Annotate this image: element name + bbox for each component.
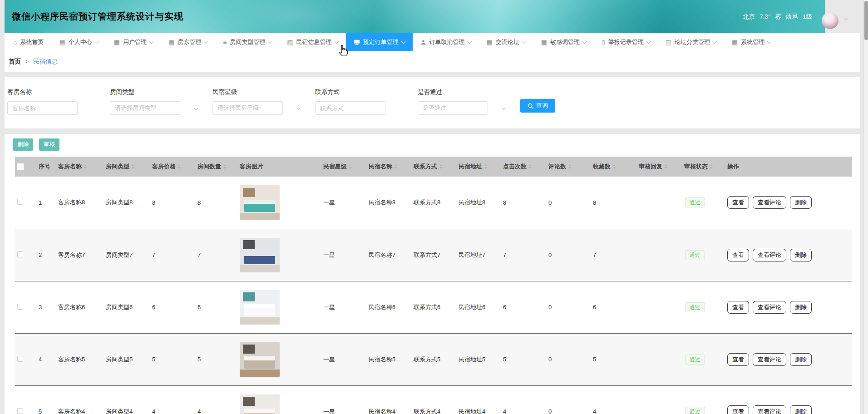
sort-asc-icon	[84, 164, 87, 166]
column-header-address[interactable]: 民宿地址	[459, 157, 503, 177]
row-checkbox[interactable]	[17, 408, 23, 414]
cell-index: 4	[39, 333, 58, 385]
sort-icon[interactable]	[613, 164, 616, 169]
view-comments-button[interactable]: 查看评论	[753, 301, 786, 314]
filter-select-homestay-star[interactable]: 请选择民宿星级	[212, 101, 283, 115]
chevron-down-icon	[467, 39, 472, 44]
cell-star: 一星	[323, 281, 369, 333]
row-checkbox[interactable]	[17, 304, 23, 310]
room-photo	[240, 238, 280, 272]
column-label: 操作	[727, 163, 739, 171]
cell-room_type: 房间类型8	[106, 177, 152, 229]
nav-item-personal-center[interactable]: ▤个人中心	[51, 33, 106, 51]
delete-row-button[interactable]: 删除	[790, 301, 812, 314]
row-checkbox[interactable]	[17, 356, 23, 362]
delete-row-button[interactable]: 删除	[790, 196, 812, 209]
view-button[interactable]: 查看	[727, 353, 749, 366]
filter-input-contact[interactable]	[315, 101, 385, 115]
nav-item-homestay-info-management[interactable]: ▨民宿信息管理	[279, 33, 345, 51]
filter-fields: 客房名称房间类型请选择房间类型民宿星级请选择民宿星级联系方式是否通过是否通过	[7, 88, 520, 115]
view-comments-button[interactable]: 查看评论	[753, 196, 786, 209]
view-comments-button[interactable]: 查看评论	[753, 353, 786, 366]
page-scrollbar[interactable]	[863, 0, 868, 414]
column-header-comments[interactable]: 评论数	[548, 157, 593, 177]
sort-icon[interactable]	[178, 164, 181, 169]
nav-item-label: 敏感词管理	[550, 38, 580, 46]
row-checkbox[interactable]	[17, 251, 23, 257]
delete-row-button[interactable]: 删除	[790, 405, 812, 414]
nav-item-label: 预定订单管理	[363, 38, 399, 46]
view-button[interactable]: 查看	[727, 301, 749, 314]
view-button[interactable]: 查看	[727, 196, 749, 209]
chevron-down-icon	[149, 39, 153, 44]
column-header-clicks[interactable]: 点击次数	[503, 157, 548, 177]
sort-icon[interactable]	[568, 164, 571, 169]
nav-item-user-management[interactable]: ▦用户管理	[106, 33, 161, 51]
cell-checkbox	[15, 281, 39, 333]
sort-asc-icon	[613, 164, 616, 166]
column-header-favorites[interactable]: 收藏数	[593, 157, 639, 177]
filter-label: 联系方式	[315, 88, 401, 96]
delete-row-button[interactable]: 删除	[790, 249, 812, 261]
sort-icon[interactable]	[395, 164, 397, 169]
column-header-room_name[interactable]: 客房名称	[58, 157, 106, 177]
column-header-index: 序号	[39, 157, 58, 177]
row-checkbox[interactable]	[17, 199, 23, 205]
view-button[interactable]: 查看	[727, 405, 749, 414]
view-comments-button[interactable]: 查看评论	[753, 405, 786, 414]
column-header-review_reply[interactable]: 审核回复	[639, 157, 684, 177]
column-header-contact[interactable]: 联系方式	[414, 157, 459, 177]
column-header-house_name[interactable]: 民宿名称	[369, 157, 414, 177]
nav-item-forum-category-management[interactable]: ▥论坛分类管理	[658, 33, 724, 51]
sort-desc-icon	[568, 167, 571, 169]
sort-icon[interactable]	[223, 164, 226, 169]
weather-info: 北京 7.3° 雾 西风 1级	[743, 0, 812, 33]
nav-item-sensitive-words-management[interactable]: ▦敏感词管理	[533, 33, 594, 51]
filter-select-approved[interactable]: 是否通过	[418, 101, 488, 115]
cell-status: 通过	[684, 333, 727, 385]
column-header-star[interactable]: 民宿星级	[323, 157, 369, 177]
view-button[interactable]: 查看	[727, 249, 749, 261]
view-comments-button[interactable]: 查看评论	[753, 249, 786, 261]
toolbar-review-button[interactable]: 审核	[39, 138, 59, 151]
nav-item-forum[interactable]: ▦交流论坛	[479, 33, 533, 51]
chevron-down-icon	[334, 39, 339, 44]
cell-status: 通过	[684, 229, 727, 281]
chevron-down-icon[interactable]	[844, 16, 848, 21]
delete-row-button[interactable]: 删除	[790, 353, 812, 366]
cell-favorites: 5	[593, 333, 639, 385]
nav-item-room-type-management[interactable]: ≡房间类型管理	[215, 33, 279, 51]
nav-item-landlord-management[interactable]: ▦房东管理	[161, 33, 215, 51]
column-header-status[interactable]: 审核状态	[684, 157, 727, 177]
column-header-price[interactable]: 客房价格	[152, 157, 197, 177]
column-header-room_type[interactable]: 房间类型	[106, 157, 152, 177]
filter-homestay-star: 民宿星级请选择民宿星级	[212, 88, 299, 115]
scrollbar-thumb[interactable]	[864, 1, 868, 40]
select-all-checkbox[interactable]	[17, 163, 24, 170]
nav-item-order-cancel-management[interactable]: 订单取消管理	[413, 33, 479, 51]
breadcrumb-home[interactable]: 首页	[9, 58, 21, 66]
breadcrumb-current[interactable]: 民宿信息	[33, 58, 58, 66]
nav-item-system-management[interactable]: ▦系统管理	[724, 33, 779, 51]
table-row: 5客房名称4房间类型444一星民宿名称4联系方式4民宿地址4404通过查看查看评…	[15, 385, 852, 414]
column-header-actions: 操作	[727, 157, 852, 177]
sort-icon[interactable]	[484, 164, 487, 169]
column-header-checkbox	[15, 157, 39, 177]
nav-item-report-records-management[interactable]: ▯举报记录管理	[594, 33, 658, 51]
sort-icon[interactable]	[529, 164, 532, 169]
cell-room_type: 房间类型4	[106, 385, 152, 414]
sort-icon[interactable]	[439, 164, 442, 169]
nav-item-home[interactable]: ⌂系统首页	[5, 33, 51, 51]
column-header-quantity[interactable]: 房间数量	[197, 157, 240, 177]
sort-icon[interactable]	[665, 164, 667, 169]
search-button[interactable]: 查询	[520, 99, 555, 113]
sort-icon[interactable]	[132, 164, 134, 169]
sort-icon[interactable]	[349, 164, 352, 169]
sort-icon[interactable]	[710, 164, 713, 169]
sort-icon[interactable]	[84, 164, 87, 169]
nav-item-booking-order-management[interactable]: 预定订单管理	[346, 33, 413, 51]
filter-input-room-name[interactable]	[7, 101, 78, 115]
filter-select-room-type[interactable]: 请选择房间类型	[110, 101, 180, 115]
toolbar-delete-button[interactable]: 删除	[13, 138, 33, 151]
user-avatar[interactable]	[822, 12, 838, 29]
